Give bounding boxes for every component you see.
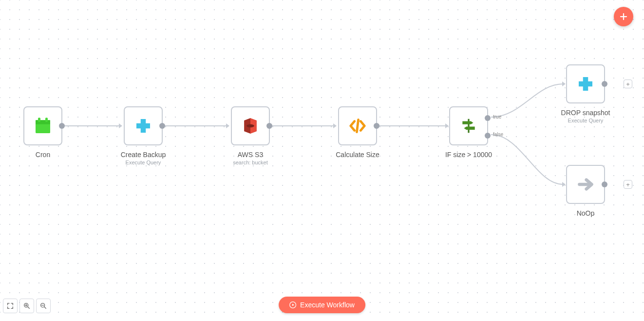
- output-port[interactable]: [266, 123, 272, 129]
- edge-arrow: [445, 123, 449, 128]
- node-label: AWS S3 search: bucket: [233, 150, 268, 166]
- svg-rect-1: [36, 120, 50, 124]
- add-output-button[interactable]: +: [624, 80, 632, 88]
- code-icon: [348, 117, 367, 135]
- branch-label-true: true: [493, 114, 501, 120]
- workflow-canvas[interactable]: [0, 0, 644, 321]
- node-label: Calculate Size: [336, 150, 379, 159]
- svg-rect-3: [45, 118, 48, 121]
- zoom-out-button[interactable]: [36, 299, 51, 313]
- edge-arrow: [333, 123, 337, 128]
- node-label: IF size > 10000: [445, 150, 492, 159]
- node-cron[interactable]: Cron: [23, 106, 62, 145]
- node-label: Cron: [36, 150, 50, 159]
- branch-label-false: false: [493, 132, 503, 137]
- output-port-false[interactable]: [485, 133, 491, 139]
- node-create-backup[interactable]: Create Backup Execute Query: [124, 106, 163, 145]
- view-toolbar: [3, 299, 51, 313]
- edge-calc-if: [379, 125, 445, 126]
- svg-rect-2: [38, 118, 40, 121]
- svg-rect-5: [468, 119, 469, 133]
- output-port[interactable]: [59, 123, 65, 129]
- signpost-icon: [459, 117, 478, 135]
- output-port[interactable]: [374, 123, 379, 129]
- execute-label: Execute Workflow: [300, 301, 355, 309]
- fullscreen-icon: [6, 302, 14, 310]
- fit-view-button[interactable]: [3, 299, 18, 313]
- output-port[interactable]: [602, 81, 607, 87]
- edge-backup-s3: [164, 125, 226, 126]
- execute-workflow-button[interactable]: Execute Workflow: [279, 297, 365, 313]
- node-calculate-size[interactable]: Calculate Size: [338, 106, 377, 145]
- output-port[interactable]: [159, 123, 165, 129]
- node-drop-snapshot[interactable]: DROP snapshot Execute Query: [566, 64, 605, 103]
- edge-cron-backup: [64, 125, 119, 126]
- plus-shape-icon: [575, 74, 596, 94]
- edge-arrow: [226, 123, 229, 128]
- aws-s3-icon: [241, 117, 260, 135]
- node-aws-s3[interactable]: AWS S3 search: bucket: [231, 106, 270, 145]
- plus-icon: [619, 12, 628, 21]
- node-if[interactable]: true false IF size > 10000: [449, 106, 488, 145]
- calendar-icon: [33, 116, 53, 136]
- node-label: NoOp: [577, 209, 595, 218]
- edge-s3-calc: [271, 125, 333, 126]
- output-port[interactable]: [602, 181, 607, 187]
- node-label: Create Backup Execute Query: [121, 150, 166, 166]
- add-node-button[interactable]: [614, 7, 633, 26]
- node-noop[interactable]: NoOp: [566, 165, 605, 204]
- svg-point-4: [246, 124, 254, 127]
- play-circle-icon: [289, 301, 296, 308]
- add-output-button[interactable]: +: [624, 180, 632, 189]
- output-port-true[interactable]: [485, 115, 491, 121]
- edge-arrow: [119, 123, 122, 128]
- arrow-right-icon: [576, 175, 595, 194]
- edge-arrow: [562, 81, 566, 86]
- zoom-out-icon: [39, 302, 47, 310]
- zoom-in-button[interactable]: [19, 299, 34, 313]
- edge-arrow: [562, 182, 566, 187]
- node-label: DROP snapshot Execute Query: [561, 108, 610, 124]
- plus-shape-icon: [133, 116, 153, 136]
- zoom-in-icon: [23, 302, 31, 310]
